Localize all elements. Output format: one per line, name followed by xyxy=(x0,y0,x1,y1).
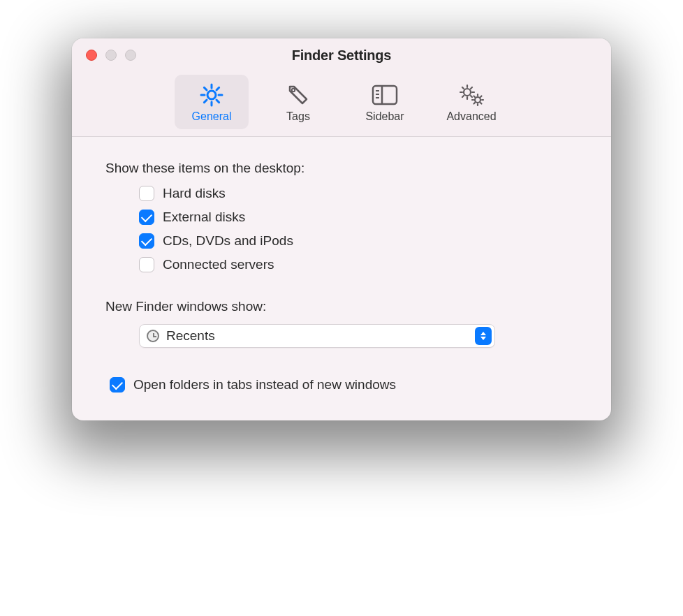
chevron-updown-icon xyxy=(475,327,492,345)
svg-line-5 xyxy=(204,87,207,90)
tab-label: Tags xyxy=(286,110,310,123)
title-row: Finder Settings xyxy=(72,38,611,72)
svg-line-23 xyxy=(462,96,464,97)
svg-line-31 xyxy=(480,96,482,98)
tab-tags[interactable]: Tags xyxy=(261,75,335,129)
desktop-items-heading: Show these items on the desktop: xyxy=(105,161,578,176)
gears-icon xyxy=(457,81,485,109)
checkbox-row-cds-dvds-ipods: CDs, DVDs and iPods xyxy=(139,233,578,249)
tab-label: General xyxy=(192,110,232,123)
tab-label: Sidebar xyxy=(365,110,404,123)
window-title: Finder Settings xyxy=(72,47,611,64)
tab-sidebar[interactable]: Sidebar xyxy=(348,75,422,129)
tag-icon xyxy=(286,81,311,109)
svg-line-6 xyxy=(216,100,219,103)
checkbox-hard-disks[interactable] xyxy=(139,186,154,201)
close-window-button[interactable] xyxy=(86,50,97,61)
checkbox-label: Hard disks xyxy=(163,186,226,201)
new-window-select[interactable]: Recents xyxy=(139,324,495,348)
checkbox-cds-dvds-ipods[interactable] xyxy=(139,233,154,249)
svg-line-21 xyxy=(471,96,472,97)
titlebar: Finder Settings xyxy=(72,38,611,137)
svg-point-9 xyxy=(292,89,295,91)
checkbox-row-hard-disks: Hard disks xyxy=(139,186,578,201)
svg-line-30 xyxy=(480,103,482,104)
checkbox-external-disks[interactable] xyxy=(139,210,154,225)
svg-line-29 xyxy=(474,96,476,98)
checkbox-label: External disks xyxy=(163,210,245,225)
clock-icon xyxy=(147,330,159,342)
checkbox-label: Open folders in tabs instead of new wind… xyxy=(133,377,396,393)
svg-line-22 xyxy=(471,87,472,89)
finder-settings-window: Finder Settings xyxy=(72,38,611,420)
svg-line-8 xyxy=(204,100,207,103)
tab-advanced[interactable]: Advanced xyxy=(434,75,508,129)
svg-point-15 xyxy=(464,89,471,96)
checkbox-label: Connected servers xyxy=(163,257,274,272)
checkbox-row-open-in-tabs: Open folders in tabs instead of new wind… xyxy=(110,377,578,393)
checkbox-row-connected-servers: Connected servers xyxy=(139,257,578,272)
zoom-window-button[interactable] xyxy=(125,50,136,61)
traffic-lights xyxy=(86,50,136,61)
sidebar-icon xyxy=(371,81,399,109)
select-value: Recents xyxy=(166,328,475,344)
content-pane: Show these items on the desktop: Hard di… xyxy=(72,137,611,420)
svg-point-0 xyxy=(207,91,216,99)
svg-point-24 xyxy=(475,97,480,103)
new-window-select-wrap: Recents xyxy=(139,324,578,348)
checkbox-open-in-tabs[interactable] xyxy=(110,377,125,393)
svg-line-32 xyxy=(474,103,476,104)
toolbar-tabs: General Tags xyxy=(72,72,611,136)
svg-line-7 xyxy=(216,87,219,90)
new-window-group: New Finder windows show: Recents xyxy=(105,299,578,348)
minimize-window-button[interactable] xyxy=(105,50,117,61)
checkbox-label: CDs, DVDs and iPods xyxy=(163,233,293,249)
tab-label: Advanced xyxy=(446,110,496,123)
tab-general[interactable]: General xyxy=(175,75,249,129)
new-window-heading: New Finder windows show: xyxy=(105,299,578,314)
checkbox-row-external-disks: External disks xyxy=(139,210,578,225)
gear-icon xyxy=(199,81,224,109)
checkbox-connected-servers[interactable] xyxy=(139,257,154,272)
svg-line-20 xyxy=(462,87,464,89)
